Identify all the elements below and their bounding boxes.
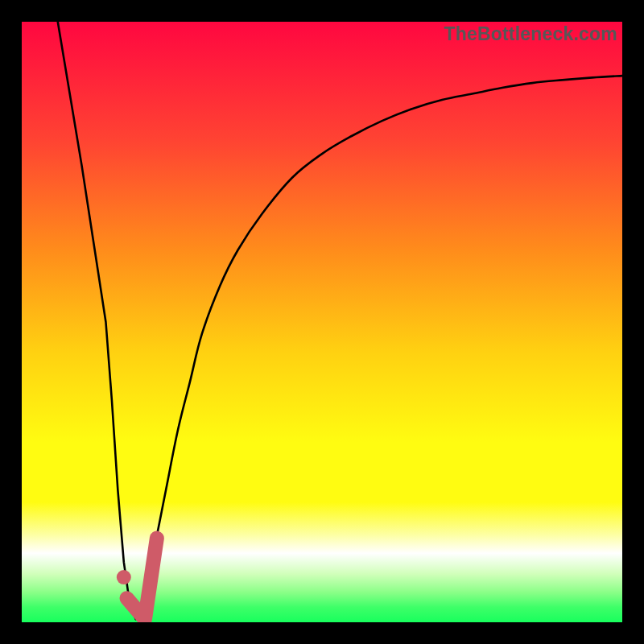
chart-background [22,22,622,622]
plot-area: TheBottleneck.com [22,22,622,622]
chart-svg [22,22,622,622]
watermark-text: TheBottleneck.com [444,23,617,45]
marker-dot [117,570,131,584]
